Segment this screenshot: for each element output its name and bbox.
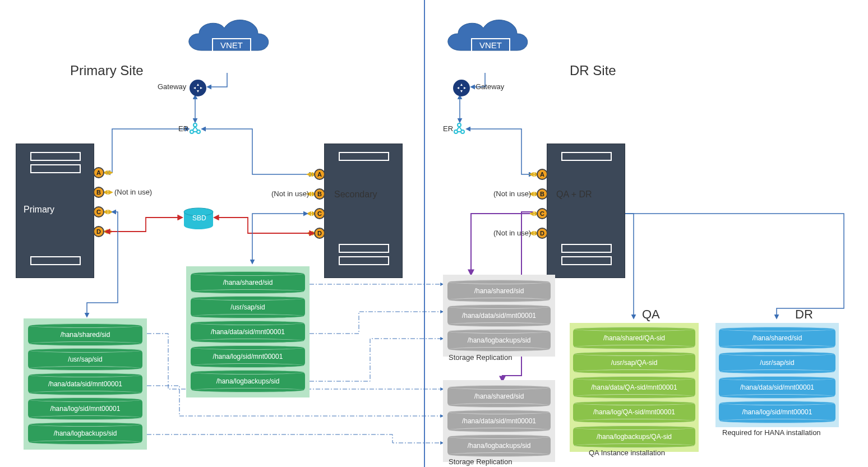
site-divider <box>424 0 425 467</box>
dr-caption: Required for HANA installation <box>722 428 821 437</box>
repl-group-1: /hana/shared/sid /hana/data/sid/mnt00001… <box>443 275 555 357</box>
disk: /hana/shared/QA-sid <box>573 329 695 348</box>
disk: /hana/logbackups/QA-sid <box>573 427 695 446</box>
primary-not-in-use: (Not in use) <box>114 188 152 196</box>
gateway-label-dr: Gateway <box>475 82 504 91</box>
svg-point-17 <box>184 221 213 229</box>
qadr-port-b: B <box>537 188 548 200</box>
primary-port-a: A <box>93 167 104 178</box>
disk: /usr/sap/QA-sid <box>573 353 695 372</box>
repl-group-2: /hana/shared/sid /hana/data/sid/mnt00001… <box>443 380 555 462</box>
qadr-not-in-use-d: (Not in use) <box>493 229 531 237</box>
disk: /hana/log/QA-sid/mnt00001 <box>573 403 695 422</box>
primary-storage-group: /hana/shared/sid /usr/sap/sid /hana/data… <box>24 318 147 450</box>
disk: /hana/shared/sid <box>447 387 551 406</box>
er-label-dr: ER <box>443 124 453 133</box>
qadr-port-d: D <box>537 228 548 239</box>
svg-point-12 <box>193 123 197 127</box>
disk: /hana/log/sid/mnt00001 <box>191 347 305 366</box>
disk: /hana/shared/sid <box>719 329 835 348</box>
qa-caption: QA Instance installation <box>589 448 665 457</box>
primary-server-label: Primary <box>24 205 54 215</box>
disk: /hana/data/sid/mnt00001 <box>447 306 551 325</box>
disk: /usr/sap/sid <box>191 298 305 317</box>
secondary-port-b: B <box>314 188 325 200</box>
gateway-label-primary: Gateway <box>158 82 186 91</box>
secondary-server-label: Secondary <box>334 189 377 200</box>
secondary-port-a: A <box>314 169 325 180</box>
disk: /hana/data/sid/mnt00001 <box>28 374 142 394</box>
secondary-not-in-use: (Not in use) <box>271 189 309 198</box>
er-icon-dr <box>453 122 465 137</box>
storage-replication-label-1: Storage Replication <box>449 353 512 362</box>
sbd-label: SBD <box>192 214 206 222</box>
svg-point-19 <box>458 123 461 127</box>
disk: /hana/log/sid/mnt00001 <box>28 399 142 418</box>
dr-storage-group: /hana/shared/sid /usr/sap/sid /hana/data… <box>715 323 839 427</box>
disk: /hana/shared/sid <box>28 325 142 344</box>
disk: /hana/logbackups/sid <box>447 436 551 455</box>
qadr-server <box>547 144 625 278</box>
storage-replication-label-2: Storage Replication <box>449 457 512 466</box>
dr-site-title: DR Site <box>570 63 616 78</box>
secondary-server <box>324 144 403 278</box>
disk: /hana/log/sid/mnt00001 <box>719 403 835 422</box>
disk: /usr/sap/sid <box>28 350 142 369</box>
primary-site-title: Primary Site <box>70 63 144 78</box>
disk: /hana/logbackups/sid <box>191 372 305 391</box>
disk: /hana/data/sid/mnt00001 <box>719 378 835 397</box>
qadr-port-c: C <box>537 208 548 219</box>
secondary-port-c: C <box>314 208 325 219</box>
qadr-not-in-use-b: (Not in use) <box>493 189 531 198</box>
secondary-storage-group: /hana/shared/sid /usr/sap/sid /hana/data… <box>186 266 310 397</box>
disk: /usr/sap/sid <box>719 353 835 372</box>
disk: /hana/shared/sid <box>447 281 551 300</box>
disk: /hana/logbackups/sid <box>28 424 142 443</box>
disk: /hana/data/sid/mnt00001 <box>447 411 551 431</box>
gateway-icon-primary <box>190 80 206 96</box>
qa-storage-group: /hana/shared/QA-sid /usr/sap/QA-sid /han… <box>570 323 699 452</box>
qa-label: QA <box>642 307 660 322</box>
disk: /hana/data/sid/mnt00001 <box>191 322 305 341</box>
vnet-label-primary: VNET <box>212 38 251 52</box>
primary-port-b: B <box>93 187 104 198</box>
gateway-icon-dr <box>453 80 470 96</box>
vnet-label-dr: VNET <box>471 38 510 52</box>
dr-label: DR <box>795 307 813 322</box>
secondary-port-d: D <box>314 228 325 239</box>
er-icon-primary <box>189 122 201 137</box>
disk: /hana/data/QA-sid/mnt00001 <box>573 378 695 397</box>
disk: /hana/shared/sid <box>191 273 305 292</box>
qadr-server-label: QA + DR <box>556 189 592 200</box>
primary-port-d: D <box>93 226 104 237</box>
qadr-port-a: A <box>537 169 548 180</box>
disk: /hana/logbackups/sid <box>447 331 551 350</box>
er-label-primary: ER <box>178 124 188 133</box>
primary-port-c: C <box>93 206 104 218</box>
